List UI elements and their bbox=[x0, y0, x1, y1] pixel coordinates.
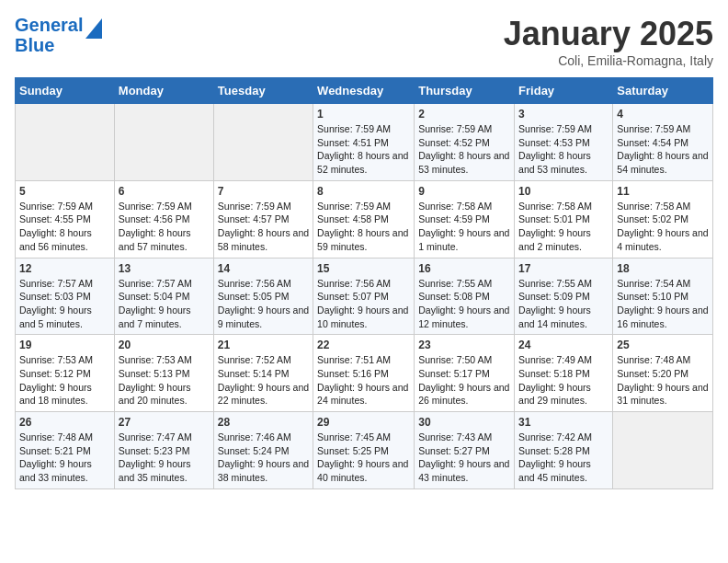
day-info: Sunrise: 7:48 AM Sunset: 5:21 PM Dayligh… bbox=[19, 431, 110, 485]
header-cell-friday: Friday bbox=[515, 78, 613, 104]
day-number: 19 bbox=[19, 339, 110, 351]
calendar-title: January 2025 bbox=[504, 15, 713, 53]
day-number: 22 bbox=[317, 339, 410, 351]
day-number: 8 bbox=[317, 185, 410, 198]
day-info: Sunrise: 7:58 AM Sunset: 4:59 PM Dayligh… bbox=[418, 200, 510, 254]
day-info: Sunrise: 7:51 AM Sunset: 5:16 PM Dayligh… bbox=[317, 353, 410, 408]
day-number: 24 bbox=[518, 339, 609, 351]
day-info: Sunrise: 7:48 AM Sunset: 5:20 PM Dayligh… bbox=[617, 353, 709, 408]
day-number: 2 bbox=[418, 108, 510, 121]
calendar-cell: 31Sunrise: 7:42 AM Sunset: 5:28 PM Dayli… bbox=[515, 412, 613, 489]
week-row-3: 19Sunrise: 7:53 AM Sunset: 5:12 PM Dayli… bbox=[16, 335, 713, 412]
day-number: 7 bbox=[218, 185, 309, 198]
day-number: 11 bbox=[617, 185, 709, 198]
calendar-cell bbox=[213, 104, 313, 181]
calendar-cell: 11Sunrise: 7:58 AM Sunset: 5:02 PM Dayli… bbox=[613, 180, 713, 258]
day-info: Sunrise: 7:56 AM Sunset: 5:05 PM Dayligh… bbox=[218, 277, 309, 331]
day-number: 10 bbox=[518, 185, 609, 198]
day-info: Sunrise: 7:58 AM Sunset: 5:01 PM Dayligh… bbox=[518, 200, 609, 254]
day-number: 23 bbox=[418, 339, 510, 351]
day-info: Sunrise: 7:57 AM Sunset: 5:03 PM Dayligh… bbox=[19, 277, 110, 331]
calendar-cell: 24Sunrise: 7:49 AM Sunset: 5:18 PM Dayli… bbox=[515, 335, 613, 412]
day-info: Sunrise: 7:59 AM Sunset: 4:53 PM Dayligh… bbox=[518, 122, 609, 177]
logo-blue: Blue bbox=[15, 35, 54, 55]
calendar-cell: 26Sunrise: 7:48 AM Sunset: 5:21 PM Dayli… bbox=[16, 412, 115, 489]
calendar-table: SundayMondayTuesdayWednesdayThursdayFrid… bbox=[15, 77, 713, 489]
day-number: 31 bbox=[518, 416, 609, 429]
day-info: Sunrise: 7:55 AM Sunset: 5:08 PM Dayligh… bbox=[418, 277, 510, 331]
calendar-cell: 2Sunrise: 7:59 AM Sunset: 4:52 PM Daylig… bbox=[415, 104, 515, 181]
calendar-subtitle: Coli, Emilia-Romagna, Italy bbox=[504, 53, 713, 68]
day-number: 4 bbox=[617, 108, 709, 121]
day-info: Sunrise: 7:45 AM Sunset: 5:25 PM Dayligh… bbox=[317, 431, 410, 485]
day-info: Sunrise: 7:59 AM Sunset: 4:55 PM Dayligh… bbox=[19, 200, 110, 254]
day-info: Sunrise: 7:59 AM Sunset: 4:51 PM Dayligh… bbox=[317, 122, 410, 177]
calendar-cell: 4Sunrise: 7:59 AM Sunset: 4:54 PM Daylig… bbox=[613, 104, 713, 181]
week-row-2: 12Sunrise: 7:57 AM Sunset: 5:03 PM Dayli… bbox=[16, 258, 713, 335]
calendar-cell: 9Sunrise: 7:58 AM Sunset: 4:59 PM Daylig… bbox=[415, 180, 515, 258]
day-number: 29 bbox=[317, 416, 410, 429]
calendar-cell: 22Sunrise: 7:51 AM Sunset: 5:16 PM Dayli… bbox=[313, 335, 415, 412]
day-number: 27 bbox=[119, 416, 210, 429]
week-row-0: 1Sunrise: 7:59 AM Sunset: 4:51 PM Daylig… bbox=[16, 104, 713, 181]
day-info: Sunrise: 7:56 AM Sunset: 5:07 PM Dayligh… bbox=[317, 277, 410, 331]
day-number: 16 bbox=[418, 262, 510, 275]
day-info: Sunrise: 7:53 AM Sunset: 5:12 PM Dayligh… bbox=[19, 353, 110, 408]
calendar-cell: 8Sunrise: 7:59 AM Sunset: 4:58 PM Daylig… bbox=[313, 180, 415, 258]
day-number: 28 bbox=[218, 416, 309, 429]
day-number: 9 bbox=[418, 185, 510, 198]
day-info: Sunrise: 7:55 AM Sunset: 5:09 PM Dayligh… bbox=[518, 277, 609, 331]
calendar-cell: 28Sunrise: 7:46 AM Sunset: 5:24 PM Dayli… bbox=[213, 412, 313, 489]
day-number: 18 bbox=[617, 262, 709, 275]
calendar-cell bbox=[613, 412, 713, 489]
day-info: Sunrise: 7:47 AM Sunset: 5:23 PM Dayligh… bbox=[119, 431, 210, 485]
day-info: Sunrise: 7:49 AM Sunset: 5:18 PM Dayligh… bbox=[518, 353, 609, 408]
day-number: 25 bbox=[617, 339, 709, 351]
day-number: 20 bbox=[119, 339, 210, 351]
header-cell-sunday: Sunday bbox=[16, 78, 115, 104]
day-info: Sunrise: 7:43 AM Sunset: 5:27 PM Dayligh… bbox=[418, 431, 510, 485]
calendar-cell: 25Sunrise: 7:48 AM Sunset: 5:20 PM Dayli… bbox=[613, 335, 713, 412]
calendar-cell: 7Sunrise: 7:59 AM Sunset: 4:57 PM Daylig… bbox=[213, 180, 313, 258]
day-info: Sunrise: 7:59 AM Sunset: 4:54 PM Dayligh… bbox=[617, 122, 709, 177]
day-info: Sunrise: 7:42 AM Sunset: 5:28 PM Dayligh… bbox=[518, 431, 609, 485]
day-number: 12 bbox=[19, 262, 110, 275]
svg-marker-0 bbox=[85, 18, 102, 39]
calendar-cell: 20Sunrise: 7:53 AM Sunset: 5:13 PM Dayli… bbox=[114, 335, 213, 412]
logo-name: General Blue bbox=[15, 15, 83, 55]
day-info: Sunrise: 7:58 AM Sunset: 5:02 PM Dayligh… bbox=[617, 200, 709, 254]
day-info: Sunrise: 7:50 AM Sunset: 5:17 PM Dayligh… bbox=[418, 353, 510, 408]
logo-text-block: General Blue bbox=[15, 15, 83, 55]
day-number: 6 bbox=[119, 185, 210, 198]
week-row-1: 5Sunrise: 7:59 AM Sunset: 4:55 PM Daylig… bbox=[16, 180, 713, 258]
day-number: 13 bbox=[119, 262, 210, 275]
header: General Blue January 2025 Coli, Emilia-R… bbox=[15, 15, 713, 68]
logo-icon bbox=[85, 18, 102, 39]
week-row-4: 26Sunrise: 7:48 AM Sunset: 5:21 PM Dayli… bbox=[16, 412, 713, 489]
title-block: January 2025 Coli, Emilia-Romagna, Italy bbox=[504, 15, 713, 68]
calendar-cell: 30Sunrise: 7:43 AM Sunset: 5:27 PM Dayli… bbox=[415, 412, 515, 489]
logo-general: General bbox=[15, 15, 83, 35]
calendar-cell: 29Sunrise: 7:45 AM Sunset: 5:25 PM Dayli… bbox=[313, 412, 415, 489]
day-info: Sunrise: 7:53 AM Sunset: 5:13 PM Dayligh… bbox=[119, 353, 210, 408]
page: General Blue January 2025 Coli, Emilia-R… bbox=[0, 0, 728, 504]
calendar-cell: 18Sunrise: 7:54 AM Sunset: 5:10 PM Dayli… bbox=[613, 258, 713, 335]
calendar-cell bbox=[16, 104, 115, 181]
header-row: SundayMondayTuesdayWednesdayThursdayFrid… bbox=[16, 78, 713, 104]
calendar-cell: 6Sunrise: 7:59 AM Sunset: 4:56 PM Daylig… bbox=[114, 180, 213, 258]
day-number: 17 bbox=[518, 262, 609, 275]
calendar-cell: 14Sunrise: 7:56 AM Sunset: 5:05 PM Dayli… bbox=[213, 258, 313, 335]
day-info: Sunrise: 7:59 AM Sunset: 4:56 PM Dayligh… bbox=[119, 200, 210, 254]
calendar-cell: 5Sunrise: 7:59 AM Sunset: 4:55 PM Daylig… bbox=[16, 180, 115, 258]
day-number: 21 bbox=[218, 339, 309, 351]
calendar-cell: 19Sunrise: 7:53 AM Sunset: 5:12 PM Dayli… bbox=[16, 335, 115, 412]
day-info: Sunrise: 7:59 AM Sunset: 4:58 PM Dayligh… bbox=[317, 200, 410, 254]
calendar-cell: 12Sunrise: 7:57 AM Sunset: 5:03 PM Dayli… bbox=[16, 258, 115, 335]
day-number: 26 bbox=[19, 416, 110, 429]
day-info: Sunrise: 7:46 AM Sunset: 5:24 PM Dayligh… bbox=[218, 431, 309, 485]
calendar-cell: 15Sunrise: 7:56 AM Sunset: 5:07 PM Dayli… bbox=[313, 258, 415, 335]
day-number: 5 bbox=[19, 185, 110, 198]
day-info: Sunrise: 7:52 AM Sunset: 5:14 PM Dayligh… bbox=[218, 353, 309, 408]
calendar-cell: 21Sunrise: 7:52 AM Sunset: 5:14 PM Dayli… bbox=[213, 335, 313, 412]
calendar-cell: 10Sunrise: 7:58 AM Sunset: 5:01 PM Dayli… bbox=[515, 180, 613, 258]
